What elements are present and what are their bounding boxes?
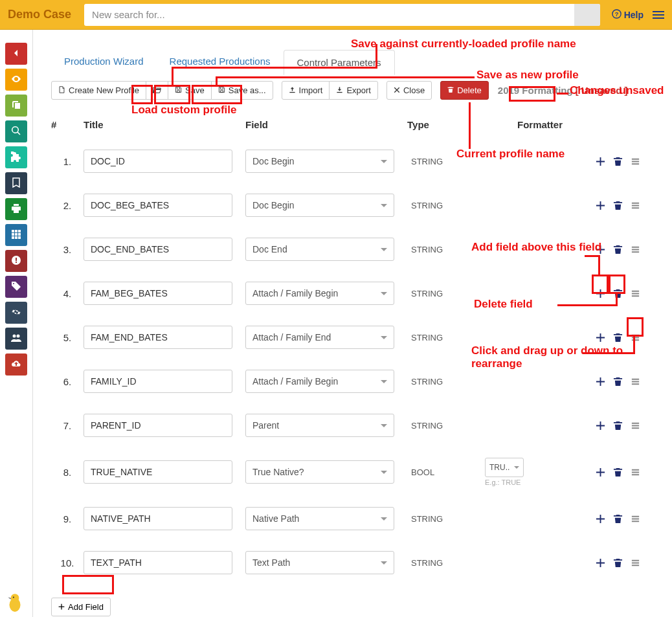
title-input[interactable] <box>84 326 232 349</box>
open-profile-button[interactable] <box>146 81 168 100</box>
add-above-button[interactable] <box>596 514 605 524</box>
title-input[interactable] <box>84 460 232 484</box>
drag-handle[interactable] <box>631 421 640 431</box>
mascot-icon <box>4 591 26 613</box>
help-link[interactable]: ? Help <box>612 9 644 21</box>
drag-icon <box>631 245 640 254</box>
gear-icon <box>11 307 21 319</box>
save-button[interactable]: Save <box>168 81 212 100</box>
rail-tag-button[interactable] <box>5 276 27 298</box>
close-button[interactable]: Close <box>386 81 432 100</box>
rail-eye-button[interactable] <box>5 69 27 91</box>
delete-row-button[interactable] <box>613 333 623 342</box>
delete-row-button[interactable] <box>613 289 623 298</box>
field-select[interactable]: Attach / Family Begin <box>245 282 394 305</box>
col-type: Type <box>407 119 485 130</box>
type-label: STRING <box>407 333 485 342</box>
delete-row-button[interactable] <box>613 245 623 254</box>
tab-control-parameters[interactable]: Control Parameters <box>284 50 395 75</box>
add-field-button[interactable]: Add Field <box>51 598 111 616</box>
field-select[interactable]: Doc Begin <box>245 150 394 173</box>
drag-handle[interactable] <box>631 201 640 210</box>
field-select[interactable]: Doc Begin <box>245 194 394 217</box>
drag-handle[interactable] <box>631 514 640 524</box>
row-number: 5. <box>51 332 84 343</box>
create-profile-button[interactable]: Create New Profile <box>51 81 146 100</box>
table-row: 10. Text Path STRING <box>51 541 659 585</box>
drag-icon <box>631 467 640 477</box>
field-select[interactable]: Doc End <box>245 238 394 261</box>
drag-handle[interactable] <box>631 245 640 254</box>
field-select[interactable]: True Native? <box>245 460 394 484</box>
add-above-button[interactable] <box>596 245 605 254</box>
unsaved-badge: [ Unsaved ] <box>576 85 628 96</box>
rail-bookmark-button[interactable] <box>5 172 27 194</box>
tab-production-wizard[interactable]: Production Wizard <box>51 49 157 74</box>
import-button[interactable]: Import <box>282 81 330 100</box>
row-number: 10. <box>51 557 84 568</box>
add-above-button[interactable] <box>596 201 605 210</box>
menu-button[interactable] <box>653 9 664 21</box>
add-above-button[interactable] <box>596 289 605 298</box>
title-input[interactable] <box>84 194 232 217</box>
title-input[interactable] <box>84 370 232 393</box>
delete-row-button[interactable] <box>613 421 623 431</box>
field-select[interactable]: Text Path <box>245 551 394 574</box>
field-select[interactable]: Attach / Family Begin <box>245 370 394 393</box>
rail-print-button[interactable] <box>5 198 27 220</box>
title-input[interactable] <box>84 551 232 574</box>
drag-icon <box>631 201 640 210</box>
drag-handle[interactable] <box>631 558 640 568</box>
field-select[interactable]: Attach / Family End <box>245 326 394 349</box>
drag-handle[interactable] <box>631 333 640 342</box>
rail-alert-button[interactable] <box>5 250 27 272</box>
add-above-button[interactable] <box>596 558 605 568</box>
rail-puzzle-button[interactable] <box>5 146 27 168</box>
rail-copy-button[interactable] <box>5 95 27 117</box>
delete-row-button[interactable] <box>613 201 623 210</box>
search-button[interactable] <box>574 4 600 26</box>
rail-back-button[interactable] <box>5 43 27 65</box>
brand-title: Demo Case <box>8 8 71 21</box>
saveas-button[interactable]: Save as... <box>211 81 273 100</box>
delete-row-button[interactable] <box>613 377 623 387</box>
tab-requested-productions[interactable]: Requested Productions <box>157 49 284 74</box>
drag-handle[interactable] <box>631 467 640 477</box>
drag-handle[interactable] <box>631 377 640 387</box>
type-label: STRING <box>407 201 485 210</box>
rail-upload-button[interactable] <box>5 353 27 376</box>
field-select[interactable]: Parent <box>245 414 394 437</box>
search-input[interactable] <box>84 4 600 26</box>
title-input[interactable] <box>84 414 232 437</box>
drag-handle[interactable] <box>631 157 640 166</box>
delete-button[interactable]: Delete <box>440 81 489 100</box>
add-above-button[interactable] <box>596 333 605 342</box>
drag-handle[interactable] <box>631 289 640 298</box>
formatter-example: E.g.: TRUE <box>485 478 521 486</box>
alert-icon <box>11 255 21 267</box>
add-above-button[interactable] <box>596 377 605 387</box>
add-above-button[interactable] <box>596 157 605 166</box>
rail-grid-button[interactable] <box>5 224 27 246</box>
delete-row-button[interactable] <box>613 558 623 568</box>
menu-icon <box>653 11 664 19</box>
delete-row-button[interactable] <box>613 157 623 166</box>
drag-icon <box>631 421 640 431</box>
rail-gear-button[interactable] <box>5 302 27 324</box>
delete-row-button[interactable] <box>613 514 623 524</box>
rail-users-button[interactable] <box>5 328 27 350</box>
add-field-label: Add Field <box>68 602 104 612</box>
row-number: 8. <box>51 467 84 478</box>
title-input[interactable] <box>84 238 232 261</box>
formatter-select[interactable]: TRU.. <box>485 458 524 477</box>
rail-search-button[interactable] <box>5 120 27 142</box>
delete-row-button[interactable] <box>613 467 623 477</box>
add-above-button[interactable] <box>596 467 605 477</box>
title-input[interactable] <box>84 282 232 305</box>
title-input[interactable] <box>84 507 232 530</box>
field-select[interactable]: Native Path <box>245 507 394 530</box>
export-button[interactable]: Export <box>329 81 378 100</box>
add-above-button[interactable] <box>596 421 605 431</box>
type-label: STRING <box>407 514 485 524</box>
title-input[interactable] <box>84 150 232 173</box>
